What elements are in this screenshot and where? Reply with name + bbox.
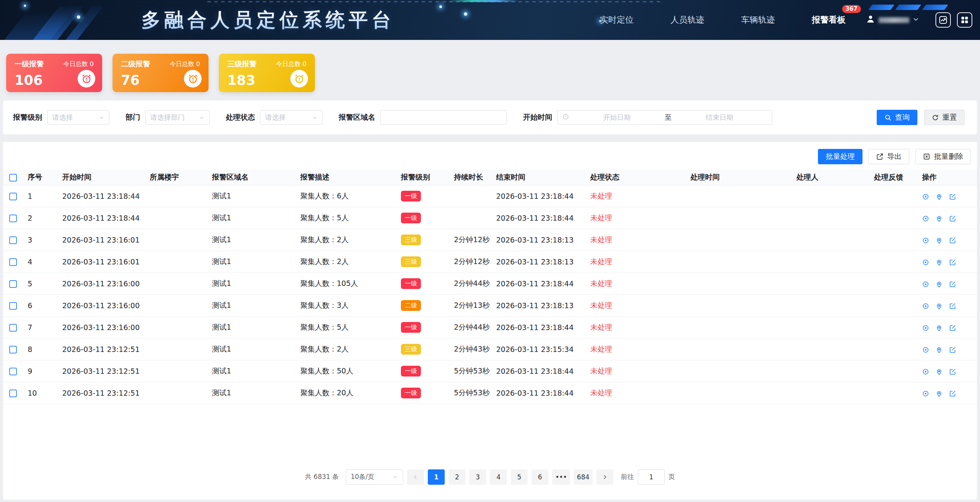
prev-page-button[interactable]: [407, 469, 424, 485]
page-button-684[interactable]: 684: [574, 469, 592, 485]
cell-index: 5: [22, 272, 56, 294]
cell-area-name: 测试1: [206, 207, 294, 229]
nav-item-1[interactable]: 实时定位: [600, 14, 634, 26]
row-checkbox-cell: [3, 185, 22, 207]
column-header: 报警区域名: [206, 170, 294, 185]
page-button-1[interactable]: 1: [428, 469, 445, 485]
batch-delete-button[interactable]: 批量删除: [915, 149, 971, 164]
row-checkbox-cell: [3, 229, 22, 251]
location-icon[interactable]: [935, 302, 943, 310]
app-header: 多融合人员定位系统平台 实时定位 人员轨迹 车辆轨迹 报警看板 367: [0, 0, 980, 40]
edit-icon[interactable]: [949, 390, 956, 397]
view-icon[interactable]: [922, 302, 929, 310]
view-icon[interactable]: [922, 390, 929, 397]
area-name-input[interactable]: [380, 110, 507, 125]
column-header: 序号: [22, 170, 56, 185]
page-button-3[interactable]: 3: [469, 469, 486, 485]
location-icon[interactable]: [935, 215, 943, 222]
nav-item-3[interactable]: 车辆轨迹: [741, 14, 775, 26]
batch-process-button[interactable]: 批量处理: [818, 149, 862, 164]
cell-description: 聚集人数：5人: [294, 316, 395, 338]
row-checkbox[interactable]: [9, 302, 17, 310]
delete-box-icon: [923, 153, 930, 160]
chart-shortcut-button[interactable]: [935, 12, 951, 28]
edit-icon[interactable]: [949, 324, 956, 332]
cell-actions: [916, 207, 977, 229]
start-date-placeholder: 开始日期: [569, 113, 665, 122]
cell-handle-time: [684, 229, 790, 251]
row-checkbox-cell: [3, 272, 22, 294]
export-button[interactable]: 导出: [868, 149, 909, 164]
view-icon[interactable]: [922, 193, 929, 200]
select-all-checkbox[interactable]: [9, 174, 17, 182]
user-menu[interactable]: [866, 14, 919, 26]
row-checkbox[interactable]: [9, 324, 17, 332]
cell-duration: [448, 207, 490, 229]
location-icon[interactable]: [935, 281, 943, 288]
location-icon[interactable]: [935, 346, 943, 353]
page-button-4[interactable]: 4: [490, 469, 507, 485]
column-header: 所属楼宇: [144, 170, 206, 185]
status-filter-label: 处理状态: [226, 112, 255, 122]
alarm-stat-card: 三级报警 今日总数 0 183: [219, 54, 315, 92]
edit-icon[interactable]: [949, 215, 956, 222]
cell-building: [144, 185, 206, 207]
location-icon[interactable]: [935, 259, 943, 266]
location-icon[interactable]: [935, 324, 943, 332]
view-icon[interactable]: [922, 324, 929, 332]
cell-handler: [790, 382, 868, 404]
row-checkbox[interactable]: [9, 280, 17, 288]
location-icon[interactable]: [935, 193, 943, 200]
page-button-5[interactable]: 5: [511, 469, 528, 485]
table-row: 10 2026-03-11 23:12:51 测试1 聚集人数：20人 一级 5…: [3, 382, 977, 404]
edit-icon[interactable]: [949, 259, 956, 266]
date-range-picker[interactable]: 开始日期 至 结束日期: [557, 110, 772, 125]
department-select[interactable]: 请选择部门: [145, 110, 210, 125]
page-button-6[interactable]: 6: [531, 469, 548, 485]
nav-item-4[interactable]: 报警看板 367: [812, 14, 846, 26]
edit-icon[interactable]: [949, 302, 956, 310]
edit-icon[interactable]: [949, 193, 956, 200]
goto-page-input[interactable]: [638, 469, 665, 485]
level-select[interactable]: 请选择: [47, 110, 109, 125]
cell-handle-time: [684, 251, 790, 272]
view-icon[interactable]: [922, 259, 929, 266]
cell-description: 聚集人数：6人: [294, 185, 395, 207]
page-button-2[interactable]: 2: [449, 469, 465, 485]
alarm-table-panel: 批量处理 导出 批量删除 序号开始时间所属楼宇报警区域名报警描述报警级别持续时长…: [3, 142, 977, 500]
cell-duration: 2分钟44秒: [448, 316, 490, 338]
row-checkbox[interactable]: [9, 368, 17, 375]
location-icon[interactable]: [935, 390, 943, 397]
cell-level: 三级: [395, 338, 448, 360]
cell-end-time: 2026-03-11 23:18:13: [490, 294, 584, 316]
view-icon[interactable]: [922, 215, 929, 222]
edit-icon[interactable]: [949, 281, 956, 288]
row-checkbox[interactable]: [9, 258, 17, 266]
row-checkbox[interactable]: [9, 193, 17, 200]
edit-icon[interactable]: [949, 346, 956, 353]
row-checkbox[interactable]: [9, 346, 17, 353]
search-button[interactable]: 查询: [877, 110, 917, 125]
nav-item-2[interactable]: 人员轨迹: [670, 14, 704, 26]
location-icon[interactable]: [935, 237, 943, 244]
view-icon[interactable]: [922, 281, 929, 288]
table-row: 5 2026-03-11 23:16:00 测试1 聚集人数：105人 一级 2…: [3, 272, 977, 294]
view-icon[interactable]: [922, 368, 929, 375]
location-icon[interactable]: [935, 368, 943, 375]
row-checkbox[interactable]: [9, 390, 17, 397]
next-page-button[interactable]: [596, 469, 613, 485]
page-size-select[interactable]: 10条/页: [346, 469, 403, 485]
cell-duration: 2分钟12秒: [448, 251, 490, 272]
status-select[interactable]: 请选择: [260, 110, 323, 125]
edit-icon[interactable]: [949, 237, 956, 244]
reset-button[interactable]: 重置: [924, 110, 965, 125]
time-filter-label: 开始时间: [523, 112, 552, 122]
row-checkbox[interactable]: [9, 215, 17, 222]
cell-feedback: [868, 338, 916, 360]
row-checkbox[interactable]: [9, 236, 17, 244]
page-ellipsis[interactable]: •••: [552, 469, 570, 485]
edit-icon[interactable]: [949, 368, 956, 375]
apps-grid-button[interactable]: [957, 12, 972, 28]
view-icon[interactable]: [922, 346, 929, 353]
view-icon[interactable]: [922, 237, 929, 244]
